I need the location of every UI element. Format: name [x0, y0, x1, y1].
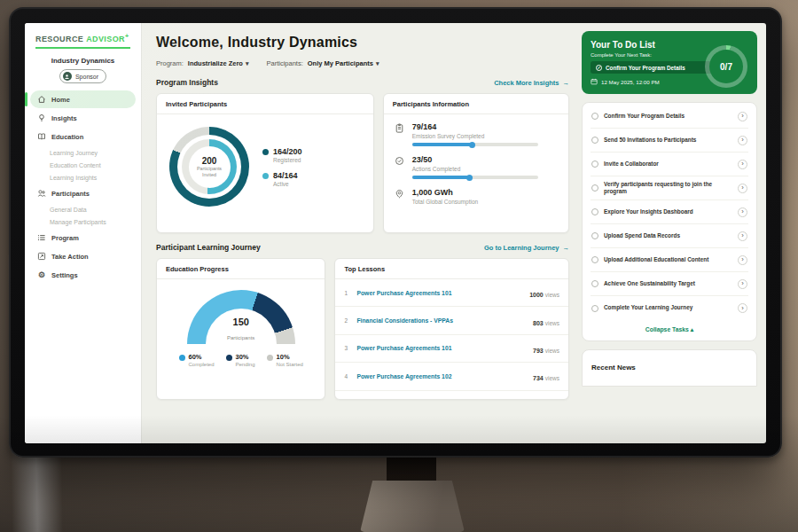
legend-dot-registered	[262, 149, 269, 155]
consumption-row: 1,000 GWh Total Global Consumption	[395, 188, 558, 208]
chevron-right-icon[interactable]: ›	[738, 160, 747, 169]
legend-active: 84/164 Active	[262, 171, 302, 187]
chevron-down-icon: ▾	[376, 60, 379, 67]
org-name: Industry Dynamics	[25, 57, 141, 65]
chevron-right-icon[interactable]: ›	[738, 279, 747, 289]
sidebar-item-settings[interactable]: ⚙ Settings	[30, 266, 136, 284]
task-item[interactable]: Confirm Your Program Details ›	[591, 105, 748, 129]
task-checkbox[interactable]	[591, 280, 598, 287]
task-item[interactable]: Upload Spend Data Records ›	[591, 224, 748, 248]
collapse-tasks-link[interactable]: Collapse Tasks ▴	[591, 320, 748, 339]
sidebar-item-education[interactable]: Education	[30, 128, 136, 145]
top-lessons-card: Top Lessons 1 Power Purchase Agreements …	[334, 258, 569, 400]
task-checkbox[interactable]	[591, 305, 598, 312]
chevron-right-icon[interactable]: ›	[738, 255, 747, 265]
arrow-right-icon: →	[563, 79, 570, 87]
legend-dot-completed	[179, 355, 185, 361]
recent-news-title: Recent News	[591, 364, 636, 372]
lesson-row: 2 Financial Considerations - VPPAs 803vi…	[335, 307, 568, 334]
task-item[interactable]: Explore Your Insights Dashboard ›	[591, 200, 748, 224]
education-progress-gauge-chart: 150 Participants	[187, 290, 295, 345]
sidebar-item-manage-participants[interactable]: Manage Participants	[25, 215, 141, 228]
todo-progress-ring: 0/7	[705, 45, 747, 88]
sponsor-badge: Sponsor	[59, 69, 106, 83]
filter-bar: Program: Industrialize Zero▾ Participant…	[156, 59, 569, 67]
sidebar-item-take-action[interactable]: Take Action	[30, 247, 136, 265]
program-filter-dropdown[interactable]: Industrialize Zero▾	[188, 59, 249, 67]
task-checkbox[interactable]	[591, 184, 598, 192]
education-progress-card: Education Progress 150 Participants	[156, 258, 325, 400]
participants-filter-label: Participants:	[266, 59, 302, 67]
gear-icon: ⚙	[37, 270, 46, 279]
task-checkbox[interactable]	[591, 137, 598, 144]
participants-filter-dropdown[interactable]: Only My Participants▾	[308, 59, 379, 67]
task-checkbox[interactable]	[591, 160, 598, 168]
program-insights-header: Program Insights Check More Insights→	[156, 78, 569, 87]
todo-panel: Your To Do List Complete Your Next Task:…	[578, 23, 766, 443]
lesson-row: 5 Power Purchase Agreements 103 600views	[335, 391, 568, 401]
sidebar-item-program[interactable]: Program	[30, 229, 136, 246]
legend-pending: 30% Pending	[226, 353, 255, 367]
app-logo: RESOURCE ADVISOR+	[35, 33, 130, 49]
learning-journey-header: Participant Learning Journey Go to Learn…	[156, 243, 569, 252]
action-arrow-icon	[37, 252, 46, 261]
task-item[interactable]: Achieve One Sustainability Target ›	[591, 272, 748, 296]
sidebar-item-general-data[interactable]: General Data	[25, 203, 141, 215]
recent-news-card: Recent News	[582, 349, 757, 387]
chevron-up-icon: ▴	[691, 326, 693, 332]
main-content: Welcome, Industry Dynamics Program: Indu…	[142, 23, 582, 443]
invited-participants-donut-chart: 200 Participants Invited	[169, 127, 249, 207]
lesson-row: 3 Power Purchase Agreements 101 793views	[335, 335, 568, 363]
donut-center-value: 200	[202, 156, 217, 166]
task-checkbox[interactable]	[591, 232, 598, 239]
sponsor-label: Sponsor	[75, 74, 98, 80]
sidebar-item-education-content[interactable]: Education Content	[25, 159, 141, 171]
list-icon	[37, 233, 46, 242]
chevron-right-icon[interactable]: ›	[738, 207, 747, 217]
task-item[interactable]: Upload Additional Educational Content ›	[591, 248, 748, 272]
emission-survey-progress-bar	[412, 143, 538, 146]
task-item[interactable]: Complete Your Learning Journey ›	[591, 296, 748, 320]
legend-dot-active	[262, 173, 269, 179]
sidebar-item-insights[interactable]: Insights	[30, 109, 136, 127]
task-checkbox[interactable]	[591, 208, 598, 215]
sidebar-item-participants[interactable]: Participants	[30, 184, 136, 202]
check-circle-icon	[395, 156, 405, 166]
invited-participants-card: Invited Participants 200 Participants In…	[156, 93, 374, 233]
lesson-link[interactable]: Power Purchase Agreements 101	[356, 290, 524, 296]
people-icon	[37, 189, 46, 198]
check-more-insights-link[interactable]: Check More Insights→	[494, 79, 569, 87]
chevron-right-icon[interactable]: ›	[738, 136, 747, 145]
chevron-right-icon[interactable]: ›	[738, 184, 747, 193]
sidebar-item-label: Program	[51, 234, 79, 242]
task-checkbox[interactable]	[591, 256, 598, 263]
task-checkbox[interactable]	[591, 113, 598, 120]
home-icon	[37, 95, 46, 104]
sidebar-item-learning-journey[interactable]: Learning Journey	[25, 146, 141, 159]
task-item[interactable]: Invite a Collaborator ›	[591, 153, 748, 176]
emission-survey-row: 79/164 Emission Survey Completed	[395, 122, 558, 146]
todo-next-task[interactable]: ✓ Confirm Your Program Details	[591, 61, 713, 74]
photo-background: RESOURCE ADVISOR+ Industry Dynamics Spon…	[0, 0, 798, 532]
lesson-link[interactable]: Power Purchase Agreements 102	[356, 373, 528, 379]
task-item[interactable]: Send 50 Invitations to Participants ›	[591, 129, 748, 153]
sidebar-item-learning-insights[interactable]: Learning Insights	[25, 171, 141, 184]
chevron-right-icon[interactable]: ›	[738, 231, 747, 241]
sidebar-item-label: Education	[51, 133, 83, 141]
lesson-link[interactable]: Financial Considerations - VPPAs	[356, 317, 528, 324]
sidebar-item-home[interactable]: Home	[30, 90, 136, 108]
chevron-right-icon[interactable]: ›	[738, 112, 747, 121]
lesson-link[interactable]: Power Purchase Agreements 101	[356, 345, 528, 351]
card-title: Education Progress	[157, 259, 325, 279]
section-title: Program Insights	[156, 78, 218, 87]
go-to-learning-journey-link[interactable]: Go to Learning Journey→	[484, 244, 569, 252]
chevron-right-icon[interactable]: ›	[738, 303, 747, 313]
book-icon	[37, 132, 46, 141]
legend-dot-not-started	[267, 355, 273, 361]
chevron-down-icon: ▾	[246, 60, 249, 67]
sidebar-item-label: Insights	[51, 114, 77, 122]
sidebar-item-label: Take Action	[51, 253, 89, 261]
task-item[interactable]: Verify participants requesting to join t…	[591, 176, 748, 200]
monitor-stand-base	[360, 481, 465, 532]
page-title: Welcome, Industry Dynamics	[156, 35, 569, 51]
